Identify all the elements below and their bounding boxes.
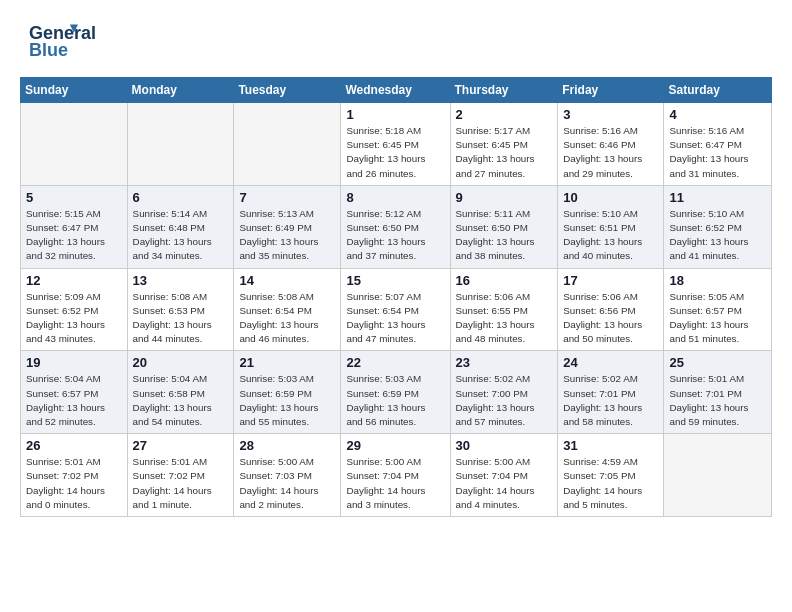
day-info: Sunrise: 5:08 AM Sunset: 6:54 PM Dayligh… <box>239 290 335 347</box>
day-info: Sunrise: 5:03 AM Sunset: 6:59 PM Dayligh… <box>346 372 444 429</box>
day-number: 22 <box>346 355 444 370</box>
day-number: 23 <box>456 355 553 370</box>
calendar-week-1: 1Sunrise: 5:18 AM Sunset: 6:45 PM Daylig… <box>21 103 772 186</box>
day-number: 15 <box>346 273 444 288</box>
calendar-cell: 14Sunrise: 5:08 AM Sunset: 6:54 PM Dayli… <box>234 268 341 351</box>
day-number: 10 <box>563 190 658 205</box>
calendar-cell: 1Sunrise: 5:18 AM Sunset: 6:45 PM Daylig… <box>341 103 450 186</box>
day-info: Sunrise: 4:59 AM Sunset: 7:05 PM Dayligh… <box>563 455 658 512</box>
calendar-cell: 5Sunrise: 5:15 AM Sunset: 6:47 PM Daylig… <box>21 185 128 268</box>
day-info: Sunrise: 5:02 AM Sunset: 7:01 PM Dayligh… <box>563 372 658 429</box>
weekday-header-sunday: Sunday <box>21 78 128 103</box>
calendar-cell: 29Sunrise: 5:00 AM Sunset: 7:04 PM Dayli… <box>341 434 450 517</box>
day-number: 4 <box>669 107 766 122</box>
day-number: 21 <box>239 355 335 370</box>
day-info: Sunrise: 5:11 AM Sunset: 6:50 PM Dayligh… <box>456 207 553 264</box>
day-number: 8 <box>346 190 444 205</box>
day-info: Sunrise: 5:10 AM Sunset: 6:51 PM Dayligh… <box>563 207 658 264</box>
header: General Blue <box>20 18 772 63</box>
weekday-header-saturday: Saturday <box>664 78 772 103</box>
day-info: Sunrise: 5:12 AM Sunset: 6:50 PM Dayligh… <box>346 207 444 264</box>
calendar: SundayMondayTuesdayWednesdayThursdayFrid… <box>20 77 772 517</box>
calendar-week-3: 12Sunrise: 5:09 AM Sunset: 6:52 PM Dayli… <box>21 268 772 351</box>
day-info: Sunrise: 5:04 AM Sunset: 6:58 PM Dayligh… <box>133 372 229 429</box>
logo: General Blue <box>20 18 102 63</box>
calendar-week-2: 5Sunrise: 5:15 AM Sunset: 6:47 PM Daylig… <box>21 185 772 268</box>
calendar-cell <box>234 103 341 186</box>
calendar-cell: 24Sunrise: 5:02 AM Sunset: 7:01 PM Dayli… <box>558 351 664 434</box>
day-number: 20 <box>133 355 229 370</box>
day-info: Sunrise: 5:02 AM Sunset: 7:00 PM Dayligh… <box>456 372 553 429</box>
day-number: 18 <box>669 273 766 288</box>
calendar-cell: 23Sunrise: 5:02 AM Sunset: 7:00 PM Dayli… <box>450 351 558 434</box>
calendar-week-4: 19Sunrise: 5:04 AM Sunset: 6:57 PM Dayli… <box>21 351 772 434</box>
calendar-cell: 27Sunrise: 5:01 AM Sunset: 7:02 PM Dayli… <box>127 434 234 517</box>
day-number: 29 <box>346 438 444 453</box>
weekday-header-friday: Friday <box>558 78 664 103</box>
day-number: 2 <box>456 107 553 122</box>
day-number: 26 <box>26 438 122 453</box>
day-info: Sunrise: 5:00 AM Sunset: 7:04 PM Dayligh… <box>346 455 444 512</box>
day-number: 24 <box>563 355 658 370</box>
day-number: 25 <box>669 355 766 370</box>
day-info: Sunrise: 5:16 AM Sunset: 6:47 PM Dayligh… <box>669 124 766 181</box>
calendar-cell: 9Sunrise: 5:11 AM Sunset: 6:50 PM Daylig… <box>450 185 558 268</box>
svg-text:Blue: Blue <box>29 40 68 60</box>
weekday-header-thursday: Thursday <box>450 78 558 103</box>
calendar-cell: 3Sunrise: 5:16 AM Sunset: 6:46 PM Daylig… <box>558 103 664 186</box>
calendar-cell: 16Sunrise: 5:06 AM Sunset: 6:55 PM Dayli… <box>450 268 558 351</box>
calendar-cell: 7Sunrise: 5:13 AM Sunset: 6:49 PM Daylig… <box>234 185 341 268</box>
calendar-cell: 4Sunrise: 5:16 AM Sunset: 6:47 PM Daylig… <box>664 103 772 186</box>
calendar-cell: 2Sunrise: 5:17 AM Sunset: 6:45 PM Daylig… <box>450 103 558 186</box>
day-number: 14 <box>239 273 335 288</box>
page: General Blue SundayMondayTuesdayWednesda… <box>0 0 792 612</box>
calendar-cell: 13Sunrise: 5:08 AM Sunset: 6:53 PM Dayli… <box>127 268 234 351</box>
calendar-cell <box>21 103 128 186</box>
calendar-cell <box>127 103 234 186</box>
calendar-cell: 22Sunrise: 5:03 AM Sunset: 6:59 PM Dayli… <box>341 351 450 434</box>
day-number: 11 <box>669 190 766 205</box>
day-number: 1 <box>346 107 444 122</box>
day-info: Sunrise: 5:04 AM Sunset: 6:57 PM Dayligh… <box>26 372 122 429</box>
calendar-cell: 8Sunrise: 5:12 AM Sunset: 6:50 PM Daylig… <box>341 185 450 268</box>
calendar-cell: 10Sunrise: 5:10 AM Sunset: 6:51 PM Dayli… <box>558 185 664 268</box>
day-number: 31 <box>563 438 658 453</box>
logo-icon: General Blue <box>20 18 100 63</box>
day-info: Sunrise: 5:09 AM Sunset: 6:52 PM Dayligh… <box>26 290 122 347</box>
weekday-header-wednesday: Wednesday <box>341 78 450 103</box>
day-info: Sunrise: 5:16 AM Sunset: 6:46 PM Dayligh… <box>563 124 658 181</box>
day-number: 17 <box>563 273 658 288</box>
day-info: Sunrise: 5:01 AM Sunset: 7:02 PM Dayligh… <box>133 455 229 512</box>
day-info: Sunrise: 5:06 AM Sunset: 6:55 PM Dayligh… <box>456 290 553 347</box>
day-number: 5 <box>26 190 122 205</box>
day-info: Sunrise: 5:00 AM Sunset: 7:04 PM Dayligh… <box>456 455 553 512</box>
calendar-cell: 12Sunrise: 5:09 AM Sunset: 6:52 PM Dayli… <box>21 268 128 351</box>
day-number: 12 <box>26 273 122 288</box>
weekday-header-tuesday: Tuesday <box>234 78 341 103</box>
day-info: Sunrise: 5:17 AM Sunset: 6:45 PM Dayligh… <box>456 124 553 181</box>
calendar-cell: 21Sunrise: 5:03 AM Sunset: 6:59 PM Dayli… <box>234 351 341 434</box>
calendar-week-5: 26Sunrise: 5:01 AM Sunset: 7:02 PM Dayli… <box>21 434 772 517</box>
day-info: Sunrise: 5:06 AM Sunset: 6:56 PM Dayligh… <box>563 290 658 347</box>
day-number: 3 <box>563 107 658 122</box>
calendar-cell: 15Sunrise: 5:07 AM Sunset: 6:54 PM Dayli… <box>341 268 450 351</box>
day-info: Sunrise: 5:01 AM Sunset: 7:02 PM Dayligh… <box>26 455 122 512</box>
calendar-cell: 30Sunrise: 5:00 AM Sunset: 7:04 PM Dayli… <box>450 434 558 517</box>
day-number: 6 <box>133 190 229 205</box>
calendar-cell: 6Sunrise: 5:14 AM Sunset: 6:48 PM Daylig… <box>127 185 234 268</box>
day-info: Sunrise: 5:14 AM Sunset: 6:48 PM Dayligh… <box>133 207 229 264</box>
day-info: Sunrise: 5:10 AM Sunset: 6:52 PM Dayligh… <box>669 207 766 264</box>
calendar-cell <box>664 434 772 517</box>
day-number: 30 <box>456 438 553 453</box>
day-info: Sunrise: 5:07 AM Sunset: 6:54 PM Dayligh… <box>346 290 444 347</box>
day-info: Sunrise: 5:18 AM Sunset: 6:45 PM Dayligh… <box>346 124 444 181</box>
day-number: 19 <box>26 355 122 370</box>
day-info: Sunrise: 5:08 AM Sunset: 6:53 PM Dayligh… <box>133 290 229 347</box>
day-info: Sunrise: 5:05 AM Sunset: 6:57 PM Dayligh… <box>669 290 766 347</box>
day-number: 27 <box>133 438 229 453</box>
day-info: Sunrise: 5:01 AM Sunset: 7:01 PM Dayligh… <box>669 372 766 429</box>
calendar-cell: 11Sunrise: 5:10 AM Sunset: 6:52 PM Dayli… <box>664 185 772 268</box>
day-number: 7 <box>239 190 335 205</box>
day-info: Sunrise: 5:13 AM Sunset: 6:49 PM Dayligh… <box>239 207 335 264</box>
calendar-cell: 25Sunrise: 5:01 AM Sunset: 7:01 PM Dayli… <box>664 351 772 434</box>
